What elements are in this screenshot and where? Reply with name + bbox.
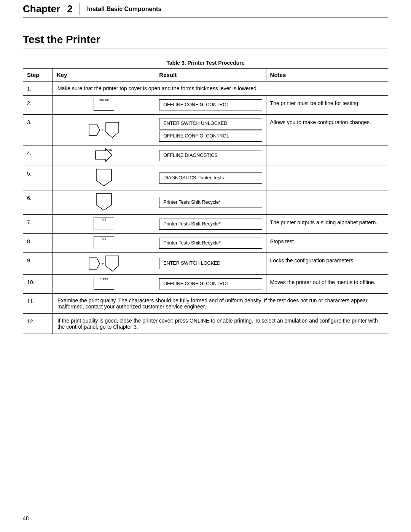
svg-marker-3	[96, 169, 112, 186]
step-number: 9.	[23, 253, 53, 275]
plus-icon: +	[101, 127, 104, 133]
notes-cell	[266, 145, 388, 166]
step-number: 7.	[23, 215, 53, 234]
result-cell: ENTER SWITCH LOCKED	[155, 253, 266, 275]
table-row: 6. Printer Tests Shift Recycle*	[23, 190, 388, 215]
svg-marker-1	[106, 122, 119, 137]
svg-marker-5	[89, 258, 100, 269]
chapter-number: 2	[67, 3, 72, 15]
page-title-section: Test the Printer	[23, 34, 388, 48]
result-box: Printer Tests Shift Recycle*	[159, 219, 262, 230]
key-cell: R/S	[53, 215, 155, 234]
step-number: 3.	[23, 115, 53, 145]
table-row: 11.Examine the print quality. The charac…	[23, 294, 388, 314]
step-number: 1.	[23, 81, 53, 96]
step-number: 11.	[23, 294, 53, 314]
result-box: Printer Tests Shift Recycle*	[159, 238, 262, 249]
step-number: 2.	[23, 96, 53, 115]
table-header-row: Step Key Result Notes	[23, 69, 388, 81]
step-number: 4.	[23, 145, 53, 166]
result-box: ENTER SWITCH LOCKED	[159, 258, 262, 269]
result-cell: OFFLINE CONFIG. CONTROL	[155, 96, 266, 115]
key-label: UNTIL	[105, 149, 112, 151]
chapter-subtitle: Install Basic Components	[87, 6, 162, 13]
result-cell: ENTER SWITCH UNLOCKEDOFFLINE CONFIG. CON…	[155, 115, 266, 145]
svg-marker-0	[89, 124, 100, 136]
step-number: 5.	[23, 166, 53, 190]
col-notes: Notes	[266, 69, 388, 81]
key-cell: UNTIL	[53, 145, 155, 166]
table-row: 7. R/S Printer Tests Shift Recycle*The p…	[23, 215, 388, 234]
result-box: OFFLINE CONFIG. CONTROL	[159, 99, 262, 111]
key-cell: +	[53, 115, 155, 145]
notes-cell: Stops test.	[266, 234, 388, 253]
result-cell: OFFLINE DIAGNOSTICS	[155, 145, 266, 166]
result-box: ENTER SWITCH UNLOCKED	[159, 118, 262, 129]
result-box: OFFLINE CONFIG. CONTROL	[159, 131, 262, 142]
step-full-text: Make sure that the printer top cover is …	[53, 81, 388, 96]
procedure-table: Step Key Result Notes 1.Make sure that t…	[23, 68, 388, 334]
result-cell: DIAGNOSTICS Printer Tests	[155, 166, 266, 190]
result-box: OFFLINE DIAGNOSTICS	[159, 150, 262, 161]
col-key: Key	[53, 69, 155, 81]
pentagon-left-icon	[88, 123, 100, 136]
notes-cell	[266, 190, 388, 215]
result-box: Printer Tests Shift Recycle*	[159, 197, 262, 208]
table-row: 4. UNTIL OFFLINE DIAGNOSTICS	[23, 145, 388, 166]
page: Chapter 2 Install Basic Components Test …	[0, 0, 411, 532]
chapter-divider	[80, 3, 80, 15]
page-title: Test the Printer	[23, 34, 388, 46]
table-row: 1.Make sure that the printer top cover i…	[23, 81, 388, 96]
key-rect-shape: CLEAR	[94, 277, 114, 290]
chapter-word: Chapter	[23, 3, 60, 15]
notes-cell: Moves the printer out of the menus to of…	[266, 275, 388, 294]
notes-cell	[266, 166, 388, 190]
notes-cell: Locks the configuration parameters.	[266, 253, 388, 275]
step-full-text: Examine the print quality. The character…	[53, 294, 388, 314]
notes-cell: The printer must be off line for testing…	[266, 96, 388, 115]
result-cell: OFFLINE CONFIG. CONTROL	[155, 275, 266, 294]
result-box: OFFLINE CONFIG. CONTROL	[159, 278, 262, 290]
pentagon-down-icon	[105, 121, 119, 138]
result-box: DIAGNOSTICS Printer Tests	[159, 173, 262, 184]
svg-marker-6	[106, 256, 119, 271]
table-row: 5. DIAGNOSTICS Printer Tests	[23, 166, 388, 190]
result-cell: Printer Tests Shift Recycle*	[155, 215, 266, 234]
plus-icon: +	[101, 261, 104, 267]
pentagon-left-icon	[88, 257, 100, 270]
notes-cell: The printer outputs a sliding alphabet p…	[266, 215, 388, 234]
chapter-header: Chapter 2 Install Basic Components	[23, 0, 388, 18]
col-step: Step	[23, 69, 53, 81]
step-number: 6.	[23, 190, 53, 215]
step-number: 12.	[23, 314, 53, 334]
key-cell: R/S	[53, 234, 155, 253]
key-rect-shape: R/S	[94, 217, 114, 230]
key-cell	[53, 190, 155, 215]
key-cell: CLEAR	[53, 275, 155, 294]
step-number: 10.	[23, 275, 53, 294]
result-cell: Printer Tests Shift Recycle*	[155, 190, 266, 215]
step-full-text: If the print quality is good, close the …	[53, 314, 388, 334]
table-row: 3. + ENTER SWITCH UNLOCKEDOFFLINE CONFIG…	[23, 115, 388, 145]
table-row: 8. R/S Printer Tests Shift Recycle*Stops…	[23, 234, 388, 253]
key-rect-shape: R/S	[94, 236, 114, 249]
key-cell: ONLINE	[53, 96, 155, 115]
key-cell	[53, 166, 155, 190]
table-row: 2. ONLINE OFFLINE CONFIG. CONTROLThe pri…	[23, 96, 388, 115]
table-row: 9. + ENTER SWITCH LOCKEDLocks the config…	[23, 253, 388, 275]
key-cell: +	[53, 253, 155, 275]
result-cell: Printer Tests Shift Recycle*	[155, 234, 266, 253]
table-caption: Table 3. Printer Test Procedure	[23, 60, 388, 66]
notes-cell: Allows you to make configuration changes…	[266, 115, 388, 145]
pentagon-down-icon	[96, 168, 112, 187]
svg-marker-4	[96, 193, 112, 210]
key-rect-shape: ONLINE	[94, 98, 114, 111]
step-number: 8.	[23, 234, 53, 253]
table-row: 10. CLEAR OFFLINE CONFIG. CONTROLMoves t…	[23, 275, 388, 294]
page-number: 48	[23, 515, 29, 521]
col-result: Result	[155, 69, 266, 81]
pentagon-down-icon	[96, 193, 112, 211]
table-row: 12.If the print quality is good, close t…	[23, 314, 388, 334]
pentagon-down-icon	[105, 255, 119, 272]
